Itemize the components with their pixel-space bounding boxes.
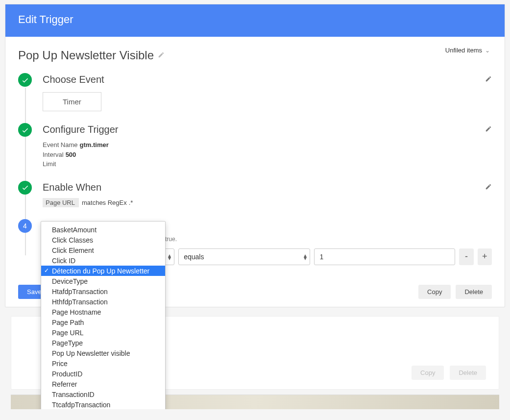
operator-select[interactable]: equals ▴▾ <box>178 248 310 265</box>
dropdown-item[interactable]: Click ID <box>41 255 165 266</box>
dropdown-item[interactable]: Referrer <box>41 379 165 389</box>
select-updown-icon: ▴▾ <box>168 254 171 260</box>
dropdown-item[interactable]: Price <box>41 358 165 369</box>
folder-dropdown[interactable]: Unfiled items ⌄ <box>445 47 490 54</box>
label-interval: Interval <box>43 151 64 158</box>
dropdown-item[interactable]: DeviceType <box>41 276 165 286</box>
step-bullet-1 <box>18 73 32 87</box>
dropdown-item[interactable]: HtafdpTransaction <box>41 286 165 296</box>
dropdown-item[interactable]: PageType <box>41 338 165 348</box>
value-event-name: gtm.timer <box>80 141 109 148</box>
edit-choose-event-icon[interactable] <box>485 75 492 84</box>
step-bullet-4: 4 <box>18 219 32 233</box>
copy-button-disabled: Copy <box>412 366 444 380</box>
enable-operator: matches RegEx <box>82 199 127 206</box>
step-title-choose-event: Choose Event <box>43 74 104 85</box>
remove-condition-button[interactable]: - <box>459 248 473 265</box>
dropdown-item[interactable]: HthfdpTransaction <box>41 296 165 307</box>
edit-configure-icon[interactable] <box>485 125 492 134</box>
trigger-name: Pop Up Newsletter Visible <box>18 49 154 62</box>
step-bullet-3 <box>18 181 32 195</box>
step-bullet-2 <box>18 123 32 137</box>
dropdown-item[interactable]: TtcafdpTransaction <box>41 399 165 409</box>
step-title-configure: Configure Trigger <box>43 124 119 135</box>
enable-variable-pill: Page URL <box>43 198 79 207</box>
folder-label: Unfiled items <box>445 47 482 54</box>
enable-value: .* <box>129 199 133 206</box>
dropdown-item[interactable]: Page Path <box>41 317 165 327</box>
dropdown-item[interactable]: BasketAmount <box>41 224 165 235</box>
event-chip-timer: Timer <box>43 92 101 111</box>
panel-title: Edit Trigger <box>5 4 505 37</box>
dropdown-item[interactable]: ProductID <box>41 369 165 379</box>
dropdown-item[interactable]: Pop Up Newsletter visible <box>41 348 165 358</box>
operator-select-value: equals <box>184 253 204 261</box>
fire-hint: e true. <box>160 236 492 243</box>
value-input[interactable] <box>314 248 455 265</box>
chevron-down-icon: ⌄ <box>485 47 490 54</box>
dropdown-item[interactable]: Click Classes <box>41 235 165 245</box>
delete-button[interactable]: Delete <box>456 285 492 299</box>
dropdown-item[interactable]: TransactionID <box>41 389 165 399</box>
dropdown-item[interactable]: Page Hostname <box>41 307 165 317</box>
variable-dropdown[interactable]: BasketAmountClick ClassesClick ElementCl… <box>41 221 166 409</box>
dropdown-item[interactable]: Click Element <box>41 245 165 255</box>
add-condition-button[interactable]: + <box>478 248 492 265</box>
rename-icon[interactable] <box>158 51 165 60</box>
copy-button[interactable]: Copy <box>418 285 451 299</box>
edit-enable-when-icon[interactable] <box>485 183 492 192</box>
step-title-enable-when: Enable When <box>43 182 101 193</box>
label-limit: Limit <box>43 160 56 168</box>
dropdown-item[interactable]: Page URL <box>41 327 165 338</box>
delete-button-disabled: Delete <box>450 366 486 380</box>
dropdown-item[interactable]: Détection du Pop Up Newsletter <box>41 266 165 276</box>
value-interval: 500 <box>66 151 76 158</box>
label-event-name: Event Name <box>43 141 78 148</box>
select-updown-icon: ▴▾ <box>304 254 307 260</box>
